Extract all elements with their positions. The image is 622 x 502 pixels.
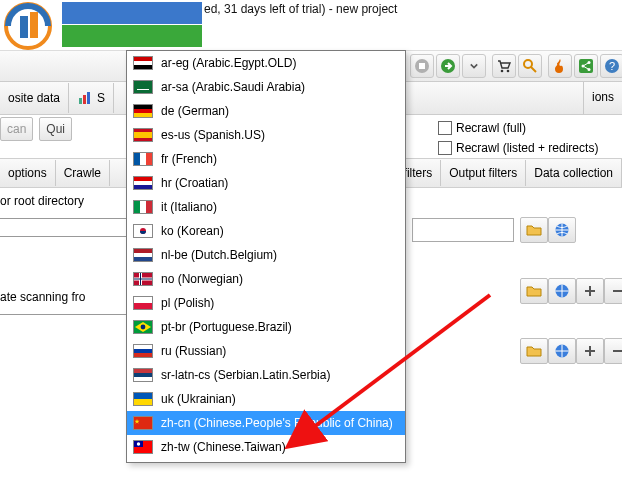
- flag-icon: [133, 272, 153, 286]
- locale-option-label: de (German): [161, 104, 229, 118]
- quick-button[interactable]: Qui: [39, 117, 72, 141]
- browse-folder-icon[interactable]: [520, 278, 548, 304]
- flag-icon: [133, 320, 153, 334]
- share-icon[interactable]: [574, 54, 598, 78]
- flag-icon: [133, 392, 153, 406]
- flag-icon: [133, 224, 153, 238]
- flag-icon: [133, 56, 153, 70]
- dropdown-toggle[interactable]: [462, 54, 486, 78]
- locale-option-sr-latn-cs[interactable]: sr-latn-cs (Serbian.Latin.Serbia): [127, 363, 405, 387]
- flame-icon[interactable]: [548, 54, 572, 78]
- locale-option-zh-cn[interactable]: zh-cn (Chinese.People's Republic of Chin…: [127, 411, 405, 435]
- svg-rect-17: [83, 95, 86, 104]
- divider: [0, 314, 126, 315]
- browse-folder-icon[interactable]: [520, 338, 548, 364]
- locale-option-pl[interactable]: pl (Polish): [127, 291, 405, 315]
- svg-rect-34: [146, 153, 152, 165]
- svg-rect-37: [134, 185, 152, 189]
- locale-option-label: no (Norwegian): [161, 272, 243, 286]
- locale-option-ko[interactable]: ko (Korean): [127, 219, 405, 243]
- locale-option-zh-tw[interactable]: zh-tw (Chinese.Taiwan): [127, 435, 405, 459]
- tab-output-filters[interactable]: Output filters: [441, 160, 526, 186]
- locale-option-es-us[interactable]: es-us (Spanish.US): [127, 123, 405, 147]
- remove-icon[interactable]: [604, 338, 622, 364]
- tab-stats[interactable]: S: [69, 83, 114, 113]
- flag-icon: [133, 416, 153, 430]
- svg-line-9: [531, 67, 536, 72]
- scan-button[interactable]: can: [0, 117, 33, 141]
- tab-website-data[interactable]: osite data: [0, 83, 69, 113]
- stop-button[interactable]: [410, 54, 434, 78]
- open-web-icon[interactable]: [548, 217, 576, 243]
- flag-icon: [133, 440, 153, 454]
- tab-options-suffix[interactable]: ions: [584, 82, 622, 112]
- header-bar-green: [62, 25, 202, 47]
- add-icon[interactable]: [576, 338, 604, 364]
- locale-option-hr[interactable]: hr (Croatian): [127, 171, 405, 195]
- root-directory-input[interactable]: [412, 218, 514, 242]
- flag-icon: [133, 200, 153, 214]
- locale-option-label: pt-br (Portuguese.Brazil): [161, 320, 292, 334]
- open-web-icon[interactable]: [548, 338, 576, 364]
- locale-option-label: sr-latn-cs (Serbian.Latin.Serbia): [161, 368, 330, 382]
- flag-icon: [133, 296, 153, 310]
- svg-rect-25: [134, 81, 152, 93]
- remove-icon[interactable]: [604, 278, 622, 304]
- locale-option-label: pl (Polish): [161, 296, 214, 310]
- svg-rect-39: [140, 201, 146, 213]
- locale-option-ru[interactable]: ru (Russian): [127, 339, 405, 363]
- locale-option-label: hr (Croatian): [161, 176, 228, 190]
- recrawl-full-checkbox[interactable]: Recrawl (full): [438, 118, 618, 138]
- recrawl-listed-checkbox[interactable]: Recrawl (listed + redirects): [438, 138, 618, 158]
- svg-rect-33: [140, 153, 146, 165]
- locale-option-ar-eg[interactable]: ar-eg (Arabic.Egypt.OLD): [127, 51, 405, 75]
- svg-rect-2: [30, 12, 38, 38]
- locale-option-label: ko (Korean): [161, 224, 224, 238]
- svg-rect-60: [134, 377, 152, 381]
- locale-option-de[interactable]: de (German): [127, 99, 405, 123]
- locale-option-label: zh-tw (Chinese.Taiwan): [161, 440, 286, 454]
- locale-option-label: zh-cn (Chinese.People's Republic of Chin…: [161, 416, 393, 430]
- svg-rect-44: [134, 253, 152, 257]
- go-button[interactable]: [436, 54, 460, 78]
- locale-dropdown[interactable]: ar-eg (Arabic.Egypt.OLD)ar-sa (Arabic.Sa…: [126, 50, 406, 463]
- app-logo: [0, 2, 60, 50]
- svg-rect-62: [134, 399, 152, 405]
- open-web-icon[interactable]: [548, 278, 576, 304]
- locale-option-no[interactable]: no (Norwegian): [127, 267, 405, 291]
- svg-rect-58: [134, 369, 152, 373]
- svg-rect-18: [87, 92, 90, 104]
- chart-icon: [77, 90, 93, 106]
- svg-rect-36: [134, 181, 152, 185]
- add-icon[interactable]: [576, 278, 604, 304]
- tab-crawler[interactable]: Crawle: [56, 160, 110, 186]
- search-icon[interactable]: [518, 54, 542, 78]
- label-root-directory: or root directory: [0, 194, 84, 208]
- locale-option-label: it (Italiano): [161, 200, 217, 214]
- svg-rect-27: [134, 105, 152, 109]
- locale-option-ar-sa[interactable]: ar-sa (Arabic.Saudi Arabia): [127, 75, 405, 99]
- svg-rect-56: [134, 349, 152, 353]
- locale-option-pt-br[interactable]: pt-br (Portuguese.Brazil): [127, 315, 405, 339]
- flag-icon: [133, 344, 153, 358]
- locale-option-it[interactable]: it (Italiano): [127, 195, 405, 219]
- svg-rect-16: [79, 98, 82, 104]
- svg-rect-43: [134, 249, 152, 253]
- help-icon[interactable]: ?: [600, 54, 622, 78]
- svg-rect-28: [134, 109, 152, 113]
- recrawl-group: Recrawl (full) Recrawl (listed + redirec…: [438, 118, 618, 158]
- locale-option-uk[interactable]: uk (Ukrainian): [127, 387, 405, 411]
- svg-rect-52: [134, 303, 152, 309]
- flag-icon: [133, 248, 153, 262]
- flag-icon: [133, 104, 153, 118]
- browse-folder-icon[interactable]: [520, 217, 548, 243]
- svg-rect-61: [134, 393, 152, 399]
- cart-icon[interactable]: [492, 54, 516, 78]
- tab-scan-options[interactable]: options: [0, 160, 56, 186]
- locale-option-nl-be[interactable]: nl-be (Dutch.Belgium): [127, 243, 405, 267]
- locale-option-fr[interactable]: fr (French): [127, 147, 405, 171]
- svg-rect-26: [137, 89, 149, 90]
- tab-data-collection[interactable]: Data collection: [526, 160, 621, 186]
- divider: [0, 236, 126, 237]
- locale-option-label: ar-eg (Arabic.Egypt.OLD): [161, 56, 296, 70]
